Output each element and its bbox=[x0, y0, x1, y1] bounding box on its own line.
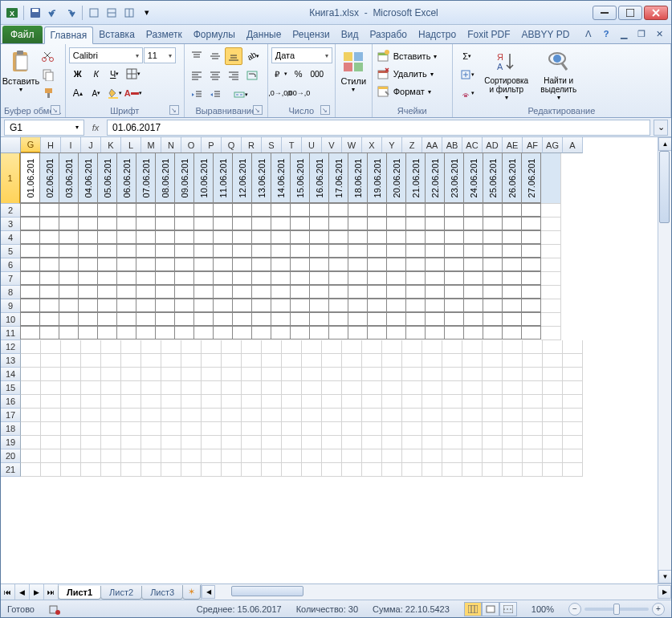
row-header[interactable]: 7 bbox=[1, 272, 21, 286]
align-center-icon[interactable] bbox=[206, 67, 224, 84]
cell[interactable] bbox=[78, 271, 98, 285]
row-header[interactable]: 17 bbox=[1, 409, 21, 422]
cell[interactable] bbox=[41, 368, 61, 381]
cell[interactable] bbox=[444, 299, 464, 312]
cell[interactable] bbox=[242, 395, 262, 409]
cell[interactable] bbox=[483, 449, 503, 463]
cell[interactable] bbox=[543, 381, 563, 395]
cell[interactable] bbox=[367, 312, 387, 326]
cell[interactable] bbox=[181, 409, 202, 422]
cell[interactable] bbox=[41, 395, 61, 409]
cell[interactable]: 27.06.201 bbox=[521, 152, 541, 203]
cell[interactable] bbox=[101, 368, 121, 381]
cell[interactable] bbox=[502, 312, 522, 326]
row-header[interactable]: 2 bbox=[1, 204, 21, 218]
cell[interactable] bbox=[328, 230, 348, 244]
cell[interactable] bbox=[20, 326, 40, 339]
cell[interactable] bbox=[262, 340, 282, 354]
cell[interactable] bbox=[462, 422, 483, 436]
font-color-button[interactable]: A▾ bbox=[124, 84, 142, 102]
cell[interactable] bbox=[61, 449, 81, 463]
cell[interactable] bbox=[222, 381, 242, 395]
cell[interactable] bbox=[563, 449, 583, 463]
cell[interactable] bbox=[21, 409, 41, 422]
cell[interactable] bbox=[541, 218, 561, 231]
cell[interactable] bbox=[328, 271, 348, 285]
cell[interactable] bbox=[521, 230, 541, 244]
cell[interactable] bbox=[463, 230, 483, 244]
align-bottom-icon[interactable] bbox=[225, 47, 242, 65]
row-header[interactable]: 4 bbox=[1, 231, 21, 245]
cell[interactable] bbox=[523, 368, 543, 381]
cell[interactable] bbox=[483, 368, 503, 381]
cell[interactable] bbox=[382, 340, 402, 354]
italic-button[interactable]: К bbox=[88, 65, 105, 83]
cell[interactable] bbox=[422, 354, 442, 368]
cell[interactable] bbox=[402, 354, 422, 368]
cell[interactable] bbox=[523, 436, 543, 449]
cell[interactable] bbox=[232, 244, 252, 258]
cell[interactable] bbox=[21, 422, 41, 436]
cell[interactable] bbox=[78, 258, 98, 271]
cell[interactable] bbox=[213, 299, 233, 312]
maximize-button[interactable] bbox=[618, 6, 642, 20]
cell[interactable] bbox=[121, 354, 141, 368]
cell[interactable] bbox=[328, 299, 348, 312]
cell[interactable] bbox=[502, 258, 522, 271]
help-icon[interactable]: ? bbox=[599, 26, 613, 41]
cell[interactable] bbox=[97, 258, 117, 271]
cell[interactable] bbox=[174, 244, 194, 258]
cell[interactable] bbox=[521, 326, 541, 339]
cell[interactable] bbox=[101, 436, 121, 449]
cell[interactable] bbox=[348, 299, 368, 312]
cell[interactable] bbox=[322, 449, 342, 463]
column-header[interactable]: A bbox=[563, 137, 583, 153]
format-painter-icon[interactable] bbox=[39, 84, 57, 102]
cell[interactable] bbox=[251, 271, 271, 285]
column-header[interactable]: P bbox=[202, 137, 222, 153]
cell[interactable] bbox=[41, 354, 61, 368]
cell[interactable] bbox=[541, 327, 561, 340]
cell[interactable] bbox=[462, 395, 483, 409]
cell[interactable] bbox=[59, 326, 79, 339]
cut-icon[interactable] bbox=[39, 47, 57, 65]
cell[interactable] bbox=[271, 244, 291, 258]
sort-filter-button[interactable]: ЯА Сортировка и фильтр▾ bbox=[480, 47, 533, 103]
cell[interactable] bbox=[442, 381, 462, 395]
cell[interactable] bbox=[251, 312, 271, 326]
cell[interactable] bbox=[181, 436, 202, 449]
cell[interactable] bbox=[521, 271, 541, 285]
cell[interactable] bbox=[402, 368, 422, 381]
cell[interactable] bbox=[161, 340, 181, 354]
new-sheet-button[interactable]: ✶ bbox=[182, 585, 201, 600]
cell[interactable] bbox=[563, 354, 583, 368]
tab-home[interactable]: Главная bbox=[44, 26, 94, 44]
cell[interactable] bbox=[232, 271, 252, 285]
cell[interactable]: 03.06.201 bbox=[59, 152, 79, 203]
cell[interactable] bbox=[483, 381, 503, 395]
cell[interactable] bbox=[483, 285, 503, 299]
cell[interactable] bbox=[242, 449, 262, 463]
zoom-thumb[interactable] bbox=[613, 604, 620, 615]
cell[interactable] bbox=[81, 381, 101, 395]
cell[interactable] bbox=[422, 463, 442, 477]
cell[interactable] bbox=[222, 340, 242, 354]
cell[interactable] bbox=[322, 368, 342, 381]
cell[interactable] bbox=[116, 299, 136, 312]
row-header[interactable]: 13 bbox=[1, 354, 21, 368]
cell[interactable] bbox=[523, 409, 543, 422]
cell[interactable] bbox=[290, 326, 310, 339]
cell[interactable] bbox=[563, 463, 583, 477]
cell[interactable] bbox=[39, 230, 59, 244]
cell[interactable] bbox=[302, 422, 322, 436]
cell[interactable] bbox=[161, 409, 181, 422]
align-right-icon[interactable] bbox=[225, 67, 242, 84]
row-header[interactable]: 6 bbox=[1, 258, 21, 272]
cell[interactable] bbox=[20, 312, 40, 326]
scroll-up-icon[interactable]: ▲ bbox=[658, 137, 671, 151]
cell[interactable] bbox=[483, 463, 503, 477]
cell[interactable] bbox=[193, 217, 214, 230]
cell[interactable]: 18.06.201 bbox=[348, 152, 368, 203]
cell[interactable] bbox=[402, 395, 422, 409]
cell[interactable]: 01.06.201 bbox=[20, 152, 40, 203]
